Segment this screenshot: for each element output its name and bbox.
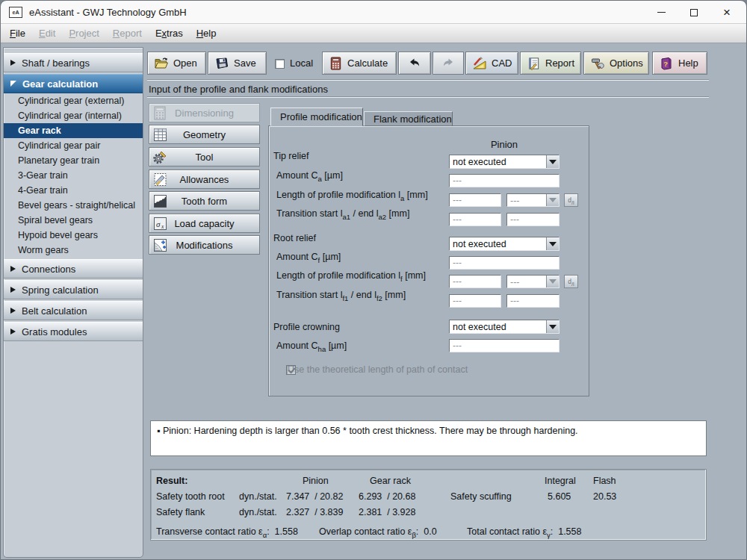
separator-line <box>147 79 709 81</box>
menu-help[interactable]: Help <box>190 28 223 39</box>
redo-button <box>433 52 464 75</box>
chevron-right-icon <box>10 329 16 335</box>
sidebar-item-3-gear-train[interactable]: 3-Gear train <box>4 168 143 183</box>
sidebar-item-planetary-gear-train[interactable]: Planetary gear train <box>4 153 143 168</box>
length-f-dropdown: --- <box>506 275 560 288</box>
tool-label: Tool <box>196 152 214 163</box>
total-contact-ratio: Total contact ratio εγ: 1.558 <box>467 526 581 539</box>
length-a-label: Length of profile modification la [mm] <box>276 190 428 202</box>
close-icon: × <box>723 6 731 19</box>
calculate-button[interactable]: Calculate <box>322 52 397 75</box>
sidebar-section-spring-calculation[interactable]: Spring calculation <box>4 280 143 299</box>
transition-f1-input[interactable] <box>449 294 501 308</box>
sidebar-item-cylindrical-gear-pair[interactable]: Cylindrical gear pair <box>4 138 143 153</box>
sidebar-section-gratis-modules[interactable]: Gratis modules <box>4 322 143 341</box>
length-f-label: Length of profile modification lf [mm] <box>276 270 426 283</box>
sidebar-item-bevel-gears[interactable]: Bevel gears - straight/helical <box>4 198 143 213</box>
transition-f2-input[interactable] <box>506 294 560 308</box>
sidebar-item-worm-gears[interactable]: Worm gears <box>4 243 143 258</box>
sidebar-item-cylindrical-gear-internal[interactable]: Cylindrical gear (internal) <box>4 108 143 123</box>
result-title: Result: <box>156 476 187 486</box>
safety-tooth-root-label: Safety tooth root <box>156 491 225 502</box>
menu-extras[interactable]: Extras <box>149 28 190 39</box>
calculate-label: Calculate <box>347 57 388 69</box>
result-col-pinion: Pinion <box>303 476 329 486</box>
amount-cha-input[interactable] <box>449 339 560 352</box>
sidebar-section-gear-calculation[interactable]: Gear calculation <box>4 74 143 93</box>
report-button[interactable]: Report <box>520 52 581 75</box>
options-label: Options <box>610 57 643 69</box>
calculator-icon <box>329 56 343 71</box>
local-checkbox-label: Local <box>290 57 313 69</box>
geometry-button[interactable]: Geometry <box>149 125 260 144</box>
sidebar-section-connections[interactable]: Connections <box>4 259 143 279</box>
tooth-form-button[interactable]: Tooth form <box>149 191 260 211</box>
report-label: Report <box>545 57 574 69</box>
tab-flank-modification[interactable]: Flank modification <box>364 111 453 126</box>
status-line: Input of the profile and flank modificat… <box>149 84 328 95</box>
transition-a1-input[interactable] <box>449 213 501 226</box>
result-panel: Result: Pinion Gear rack Integral Flash … <box>150 469 707 541</box>
modifications-button[interactable]: Modifications <box>149 235 260 255</box>
open-button[interactable]: Open <box>147 52 206 75</box>
window-title: eAssistant - GWJ Technology GmbH <box>29 7 187 18</box>
length-a-input[interactable] <box>449 193 501 207</box>
save-label: Save <box>234 57 256 69</box>
tooth-form-icon <box>152 193 168 209</box>
amount-ca-label: Amount Ca [µm] <box>276 170 343 183</box>
chevron-right-icon <box>10 287 16 293</box>
modifications-label: Modifications <box>176 240 233 251</box>
result-col-gear-rack: Gear rack <box>370 476 411 486</box>
safety-tooth-root-gear-rack: 6.293 / 20.68 <box>359 491 415 502</box>
maximize-button[interactable] <box>678 1 710 24</box>
undo-icon <box>407 57 422 70</box>
amount-cf-label: Amount Cf [µm] <box>276 252 341 264</box>
dropdown-arrow-icon <box>546 194 559 206</box>
column-header-pinion: Pinion <box>449 139 560 150</box>
transverse-contact-ratio: Transverse contact ratio εα: 1.558 <box>156 526 298 539</box>
options-tools-icon <box>590 56 605 71</box>
menu-bar: File Edit Project Report Extras Help <box>1 24 746 43</box>
menu-file[interactable]: File <box>3 28 32 39</box>
minimize-icon <box>657 12 666 13</box>
tab-profile-modification[interactable]: Profile modification <box>270 108 363 126</box>
help-button[interactable]: ? Help <box>652 52 707 75</box>
length-a-dl-button: d/l <box>564 193 578 207</box>
options-button[interactable]: Options <box>583 52 649 75</box>
sidebar-item-spiral-bevel-gears[interactable]: Spiral bevel gears <box>4 213 143 228</box>
dimensioning-label: Dimensioning <box>175 108 234 119</box>
sidebar-item-hypoid-bevel-gears[interactable]: Hypoid bevel gears <box>4 228 143 243</box>
load-capacity-button[interactable]: σ x Load capacity <box>149 214 260 233</box>
amount-cha-label: Amount Cha [µm] <box>276 340 347 353</box>
close-button[interactable]: × <box>710 1 743 24</box>
tool-icon <box>152 149 168 165</box>
sidebar-section-shaft-bearings[interactable]: Shaft / bearings <box>4 53 143 72</box>
undo-button[interactable] <box>398 52 431 75</box>
sidebar-item-gear-rack[interactable]: Gear rack <box>4 123 143 138</box>
open-folder-icon <box>154 56 169 71</box>
sidebar-section-belt-calculation[interactable]: Belt calculation <box>4 301 143 320</box>
geometry-icon <box>152 127 168 143</box>
sidebar-item-4-gear-train[interactable]: 4-Gear train <box>4 183 143 198</box>
transition-a2-input[interactable] <box>506 213 560 226</box>
minimize-button[interactable] <box>645 1 678 24</box>
amount-ca-input[interactable] <box>449 174 560 187</box>
local-checkbox[interactable] <box>275 59 285 69</box>
allowances-button[interactable]: Allowances <box>149 169 260 189</box>
length-f-input[interactable] <box>449 275 501 288</box>
save-floppy-icon <box>214 56 229 71</box>
root-relief-dropdown[interactable]: not executed <box>449 237 560 251</box>
cad-button[interactable]: CAD <box>465 52 518 75</box>
save-button[interactable]: Save <box>208 52 267 75</box>
tool-button[interactable]: Tool <box>149 147 260 167</box>
length-a-dropdown: --- <box>506 193 560 207</box>
sidebar-item-cylindrical-gear-external[interactable]: Cylindrical gear (external) <box>4 93 143 108</box>
tip-relief-dropdown[interactable]: not executed <box>449 155 560 169</box>
open-label: Open <box>173 57 197 69</box>
help-book-icon: ? <box>659 56 674 71</box>
profile-crowning-dropdown[interactable]: not executed <box>449 320 560 334</box>
sidebar-navigation: Shaft / bearings Gear calculation Cylind… <box>3 47 143 558</box>
tooth-form-label: Tooth form <box>182 196 227 207</box>
help-label: Help <box>678 57 698 69</box>
amount-cf-input[interactable] <box>449 256 560 270</box>
